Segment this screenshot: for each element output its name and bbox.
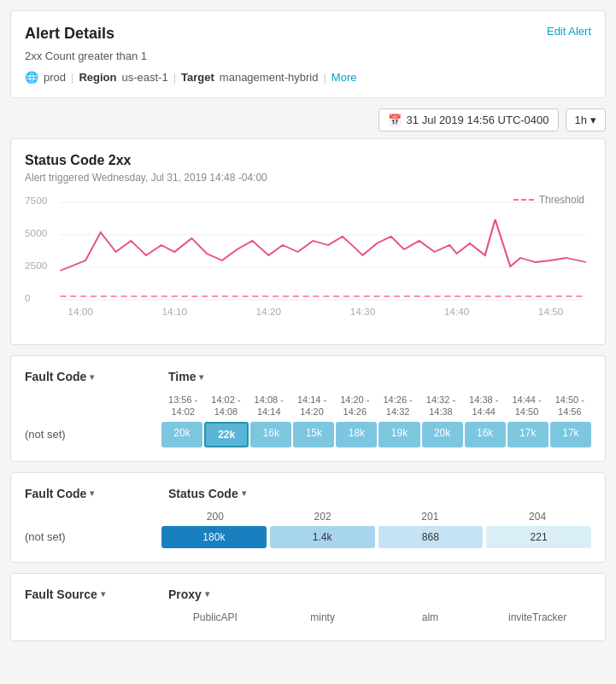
target-value: management-hybrid	[220, 71, 319, 84]
status-table-row: (not set) 180k 1.4k 868 221	[25, 526, 591, 548]
alert-meta: 🌐 prod | Region us-east-1 | Target manag…	[25, 71, 591, 84]
time-header-8: 14:44 -14:50	[505, 394, 548, 418]
time-header-6: 14:32 -14:38	[419, 394, 462, 418]
svg-text:0: 0	[25, 294, 31, 303]
threshold-line-icon	[513, 199, 534, 201]
chart-title: Status Code 2xx	[25, 153, 591, 168]
time-header-0: 13:56 -14:02	[161, 394, 204, 418]
svg-text:7500: 7500	[25, 196, 47, 206]
datetime-bar: 📅 31 Jul 2019 14:56 UTC-0400 1h ▾	[10, 108, 606, 132]
proxy-col-headers: PublicAPI minty alm inviteTracker	[161, 611, 591, 623]
status-cell-202[interactable]: 1.4k	[270, 526, 375, 548]
time-header-4: 14:20 -14:26	[333, 394, 376, 418]
status-row-label: (not set)	[25, 530, 161, 543]
calendar-icon: 📅	[388, 114, 402, 126]
status-col-headers: 200 202 201 204	[161, 511, 591, 523]
table-row: (not set) 20k 22k 16k 15k 18k 19k 20k 16…	[25, 422, 591, 447]
status-header-200: 200	[161, 511, 269, 523]
edit-alert-link[interactable]: Edit Alert	[547, 25, 591, 38]
time-header-2: 14:08 -14:14	[248, 394, 290, 418]
row-label-0: (not set)	[25, 428, 161, 441]
cell-5[interactable]: 19k	[378, 422, 419, 447]
svg-text:14:10: 14:10	[161, 307, 187, 317]
proxy-header-alm: alm	[377, 611, 484, 623]
status-cell-200[interactable]: 180k	[161, 526, 267, 548]
status-cells: 180k 1.4k 868 221	[161, 526, 591, 548]
fault-code-time-card: Fault Code ▾ Time ▾ 13:56 -14:02 14:02 -…	[10, 355, 606, 462]
cell-0[interactable]: 20k	[161, 422, 202, 447]
svg-text:14:50: 14:50	[538, 307, 564, 317]
svg-text:14:30: 14:30	[350, 307, 376, 317]
cell-9[interactable]: 17k	[550, 422, 591, 447]
time-table-wrapper: 13:56 -14:02 14:02 -14:08 14:08 -14:14 1…	[25, 394, 591, 447]
env-value: prod	[44, 71, 66, 84]
cell-7[interactable]: 16k	[465, 422, 506, 447]
svg-text:14:40: 14:40	[444, 307, 470, 317]
fault-code-dropdown-arrow: ▾	[90, 372, 94, 382]
dropdown-arrow-icon: ▾	[590, 114, 596, 126]
cell-3[interactable]: 15k	[293, 422, 334, 447]
status-code-dropdown-arrow: ▾	[242, 488, 246, 498]
threshold-legend: Threshold	[513, 194, 584, 206]
status-header-201: 201	[377, 511, 484, 523]
time-dropdown-arrow: ▾	[199, 372, 203, 382]
region-value: us-east-1	[121, 71, 167, 84]
time-range-value: 1h	[575, 114, 587, 126]
alert-title: Alert Details	[25, 25, 114, 43]
cell-8[interactable]: 17k	[507, 422, 549, 447]
fault-source-col-label[interactable]: Fault Source ▾	[25, 588, 161, 601]
status-header-202: 202	[269, 511, 377, 523]
cell-1-highlighted[interactable]: 22k	[204, 422, 249, 447]
status-cell-201[interactable]: 868	[378, 526, 484, 548]
status-code-col-label[interactable]: Status Code ▾	[168, 487, 246, 500]
fault-status-header: Fault Code ▾ Status Code ▾	[25, 487, 591, 500]
time-col-headers: 13:56 -14:02 14:02 -14:08 14:08 -14:14 1…	[161, 394, 591, 418]
cell-6[interactable]: 20k	[422, 422, 463, 447]
svg-text:2500: 2500	[25, 261, 47, 271]
proxy-dropdown-arrow: ▾	[205, 589, 209, 599]
status-cell-204[interactable]: 221	[486, 526, 591, 548]
fault-source-card: Fault Source ▾ Proxy ▾ PublicAPI minty a…	[10, 573, 606, 641]
target-label: Target	[181, 71, 214, 84]
time-header-3: 14:14 -14:20	[290, 394, 333, 418]
fault-code-status-card: Fault Code ▾ Status Code ▾ 200 202 201 2…	[10, 472, 606, 563]
time-cells: 20k 22k 16k 15k 18k 19k 20k 16k 17k 17k	[161, 422, 591, 447]
chart-subtitle: Alert triggered Wednesday, Jul 31, 2019 …	[25, 172, 591, 184]
globe-icon: 🌐	[25, 71, 38, 84]
fault-source-dropdown-arrow: ▾	[101, 589, 105, 599]
time-header-7: 14:38 -14:44	[462, 394, 505, 418]
chart-card: Status Code 2xx Alert triggered Wednesda…	[10, 138, 606, 345]
datetime-value: 31 Jul 2019 14:56 UTC-0400	[407, 114, 549, 126]
fault-code-col-label[interactable]: Fault Code ▾	[25, 370, 161, 383]
alert-header: Alert Details Edit Alert	[25, 25, 591, 43]
more-link[interactable]: More	[331, 71, 357, 84]
fault-source-header: Fault Source ▾ Proxy ▾	[25, 588, 591, 601]
separator3: |	[323, 71, 326, 84]
alert-description: 2xx Count greater than 1	[25, 50, 591, 62]
chart-svg: 7500 5000 2500 0 14:00 14:10 14:20 14:30…	[25, 194, 591, 322]
svg-text:14:00: 14:00	[67, 307, 93, 317]
time-range-selector[interactable]: 1h ▾	[566, 108, 606, 132]
region-label: Region	[79, 71, 116, 84]
status-table-wrapper: 200 202 201 204 (not set) 180k 1.4k 868 …	[25, 511, 591, 548]
proxy-header-publicapi: PublicAPI	[161, 611, 269, 623]
time-header-5: 14:26 -14:32	[376, 394, 419, 418]
proxy-col-label[interactable]: Proxy ▾	[168, 588, 209, 601]
cell-4[interactable]: 18k	[336, 422, 377, 447]
fault-code2-dropdown-arrow: ▾	[90, 488, 94, 498]
time-header-1: 14:02 -14:08	[204, 394, 247, 418]
threshold-label: Threshold	[539, 194, 584, 206]
proxy-header-minty: minty	[269, 611, 377, 623]
fault-time-header: Fault Code ▾ Time ▾	[25, 370, 591, 383]
fault-code-col-label-2[interactable]: Fault Code ▾	[25, 487, 161, 500]
svg-text:5000: 5000	[25, 229, 47, 238]
proxy-header-invitetracker: inviteTracker	[484, 611, 591, 623]
chart-container: Threshold 7500 5000 2500 0 14:00 14:10 1…	[25, 194, 591, 330]
alert-details-card: Alert Details Edit Alert 2xx Count great…	[10, 10, 606, 98]
separator2: |	[173, 71, 176, 84]
separator: |	[71, 71, 73, 84]
svg-text:14:20: 14:20	[256, 307, 282, 317]
datetime-selector[interactable]: 📅 31 Jul 2019 14:56 UTC-0400	[378, 108, 559, 132]
cell-2[interactable]: 16k	[250, 422, 291, 447]
time-col-label[interactable]: Time ▾	[168, 370, 203, 383]
